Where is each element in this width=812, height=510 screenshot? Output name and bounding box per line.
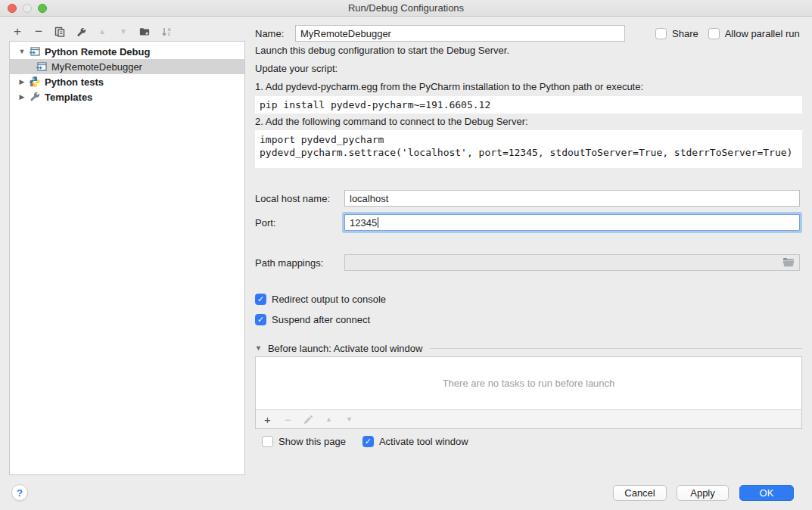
configurations-tree: ▼ Python Remote Debug MyRemoteDebugger ▶…	[9, 41, 245, 475]
port-label: Port:	[255, 214, 344, 229]
tree-item-label: Python tests	[45, 76, 104, 88]
tree-item-python-tests[interactable]: ▶ Python tests	[10, 74, 244, 89]
instructions-line-1: Launch this debug configuration to start…	[255, 45, 509, 57]
edit-task-pencil-icon[interactable]	[303, 415, 313, 424]
remove-configuration-icon[interactable]: −	[33, 26, 44, 38]
allow-parallel-checkbox-row[interactable]: ✓ Allow parallel run	[708, 28, 800, 39]
redirect-output-checkbox-row[interactable]: ✓ Redirect output to console	[255, 294, 386, 305]
ok-button[interactable]: OK	[739, 485, 794, 501]
empty-tasks-message: There are no tasks to run before launch	[256, 357, 801, 409]
before-launch-header[interactable]: ▼ Before launch: Activate tool window	[255, 342, 802, 354]
browse-folder-icon[interactable]	[782, 257, 795, 269]
remote-debug-icon	[29, 45, 41, 58]
tree-item-label: Python Remote Debug	[45, 46, 150, 58]
port-value: 12345	[350, 217, 377, 229]
share-label: Share	[672, 28, 698, 39]
tree-item-python-remote-debug[interactable]: ▼ Python Remote Debug	[10, 44, 244, 59]
local-host-label: Local host name:	[255, 190, 344, 204]
settrace-code-line-2: pydevd_pycharm.settrace('localhost', por…	[260, 146, 798, 159]
settrace-code-block: import pydevd_pycharm pydevd_pycharm.set…	[255, 130, 802, 168]
redirect-output-label: Redirect output to console	[272, 294, 386, 305]
allow-parallel-checkbox[interactable]: ✓	[708, 28, 720, 39]
suspend-label: Suspend after connect	[272, 314, 370, 325]
instructions-step-2: 2. Add the following command to connect …	[255, 116, 528, 128]
tree-item-myremotedebugger[interactable]: MyRemoteDebugger	[10, 59, 244, 74]
wrench-icon	[29, 91, 41, 103]
show-this-page-checkbox[interactable]: ✓	[262, 436, 273, 447]
remote-debug-icon	[36, 61, 48, 73]
collapse-triangle-icon[interactable]: ▼	[255, 344, 262, 352]
pip-install-code: pip install pydevd-pycharm~=191.6605.12	[255, 96, 802, 114]
add-configuration-icon[interactable]: +	[12, 26, 23, 38]
activate-tool-window-label: Activate tool window	[379, 436, 468, 447]
sort-alphabetically-icon[interactable]: az	[160, 26, 171, 38]
tree-item-label: MyRemoteDebugger	[51, 61, 142, 73]
configurations-toolbar: + − ▲ ▼ az	[12, 23, 171, 41]
local-host-input[interactable]	[344, 190, 800, 207]
expander-open-icon[interactable]: ▼	[17, 48, 26, 55]
redirect-output-checkbox[interactable]: ✓	[255, 294, 266, 305]
page-options-row: ✓ Show this page ✓ Activate tool window	[255, 436, 468, 447]
new-folder-icon[interactable]	[139, 26, 150, 38]
activate-tool-window-checkbox[interactable]: ✓	[362, 436, 374, 447]
move-down-icon[interactable]: ▼	[118, 26, 129, 38]
header-rule	[430, 348, 802, 349]
suspend-checkbox-row[interactable]: ✓ Suspend after connect	[255, 314, 370, 325]
name-input[interactable]	[295, 25, 625, 42]
apply-button[interactable]: Apply	[677, 485, 729, 501]
instructions-line-2: Update your script:	[255, 63, 338, 75]
allow-parallel-label: Allow parallel run	[725, 28, 800, 39]
show-this-page-label: Show this page	[278, 436, 346, 447]
titlebar: Run/Debug Configurations	[0, 0, 812, 17]
expander-closed-icon[interactable]: ▶	[17, 78, 26, 86]
before-launch-tasks-box: There are no tasks to run before launch …	[255, 356, 802, 429]
suspend-checkbox[interactable]: ✓	[255, 314, 266, 325]
remove-task-icon[interactable]: −	[283, 413, 293, 426]
show-this-page-checkbox-row[interactable]: ✓ Show this page	[262, 436, 346, 447]
help-button[interactable]: ?	[11, 484, 28, 501]
move-task-up-icon[interactable]: ▲	[324, 415, 334, 423]
expander-closed-icon[interactable]: ▶	[17, 93, 26, 101]
sort-letter-z: z	[168, 32, 171, 36]
text-caret	[378, 217, 378, 228]
share-checkbox-row[interactable]: ✓ Share	[655, 28, 698, 39]
before-launch-title: Before launch: Activate tool window	[268, 343, 423, 354]
name-label: Name:	[255, 28, 284, 39]
cancel-button[interactable]: Cancel	[613, 485, 667, 501]
settrace-code-line-1: import pydevd_pycharm	[260, 133, 798, 146]
instructions-step-1: 1. Add pydevd-pycharm.egg from the PyCha…	[255, 81, 643, 93]
move-up-icon[interactable]: ▲	[97, 26, 107, 38]
port-input[interactable]: 12345	[344, 214, 800, 231]
edit-defaults-wrench-icon[interactable]	[76, 26, 86, 38]
share-checkbox[interactable]: ✓	[655, 28, 667, 39]
tree-item-label: Templates	[45, 92, 92, 103]
path-mappings-input[interactable]	[344, 254, 800, 271]
tasks-toolbar: + − ▲ ▼	[256, 409, 801, 428]
copy-configuration-icon[interactable]	[54, 26, 65, 38]
python-icon	[29, 76, 41, 88]
add-task-icon[interactable]: +	[263, 413, 272, 426]
move-task-down-icon[interactable]: ▼	[344, 415, 354, 423]
window-title: Run/Debug Configurations	[0, 2, 812, 14]
activate-tool-window-checkbox-row[interactable]: ✓ Activate tool window	[362, 436, 468, 447]
tree-item-templates[interactable]: ▶ Templates	[10, 89, 244, 104]
path-mappings-label: Path mappings:	[255, 254, 344, 269]
